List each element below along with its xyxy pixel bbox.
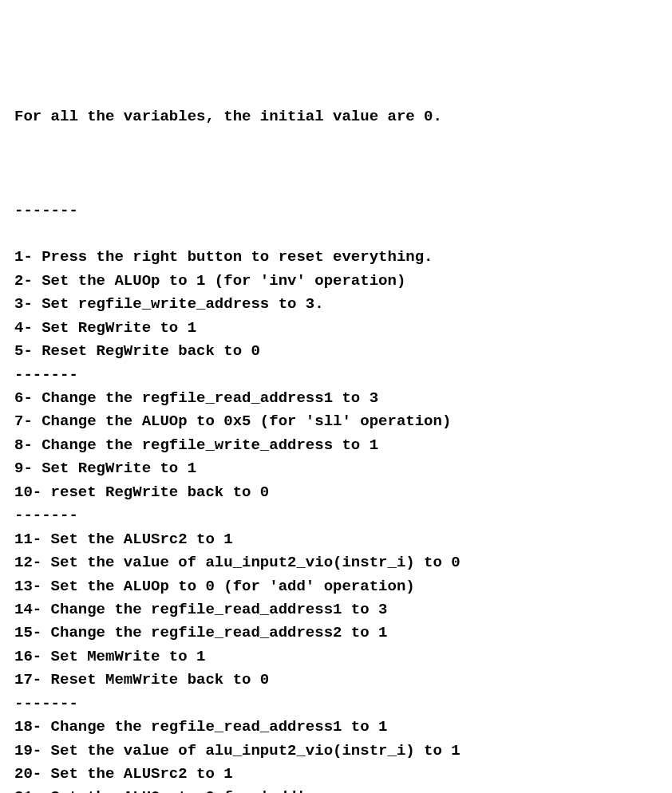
intro-text: For all the variables, the initial value… [14, 105, 672, 128]
step-line: 15- Change the regfile_read_address2 to … [14, 621, 672, 645]
step-line: 6- Change the regfile_read_address1 to 3 [14, 387, 672, 410]
step-line: 18- Change the regfile_read_address1 to … [14, 716, 672, 739]
divider: ------- [14, 692, 672, 716]
step-line: 7- Change the ALUOp to 0x5 (for 'sll' op… [14, 410, 672, 433]
step-line: 9- Set RegWrite to 1 [14, 457, 672, 480]
divider: ------- [14, 364, 672, 387]
sections-container: 1- Press the right button to reset every… [14, 246, 672, 793]
step-line: 5- Reset RegWrite back to 0 [14, 340, 672, 363]
step-line: 17- Reset MemWrite back to 0 [14, 669, 672, 692]
step-line: 14- Change the regfile_read_address1 to … [14, 598, 672, 621]
step-line: 16- Set MemWrite to 1 [14, 645, 672, 669]
divider: ------- [14, 504, 672, 527]
step-line: 3- Set regfile_write_address to 3. [14, 293, 672, 316]
step-line: 19- Set the value of alu_input2_vio(inst… [14, 740, 672, 763]
step-line: 12- Set the value of alu_input2_vio(inst… [14, 551, 672, 574]
step-line: 11- Set the ALUSrc2 to 1 [14, 528, 672, 551]
step-line: 2- Set the ALUOp to 1 (for 'inv' operati… [14, 270, 672, 293]
step-line: 13- Set the ALUOp to 0 (for 'add' operat… [14, 575, 672, 598]
step-line: 20- Set the ALUSrc2 to 1 [14, 763, 672, 786]
step-line: 4- Set RegWrite to 1 [14, 317, 672, 340]
step-line: 8- Change the regfile_write_address to 1 [14, 434, 672, 457]
step-line: 10- reset RegWrite back to 0 [14, 481, 672, 504]
step-line: 21- Set the ALUOp to 0 for 'add' [14, 786, 672, 793]
step-line: 1- Press the right button to reset every… [14, 246, 672, 269]
divider: ------- [14, 199, 672, 223]
blank-line [14, 152, 672, 176]
